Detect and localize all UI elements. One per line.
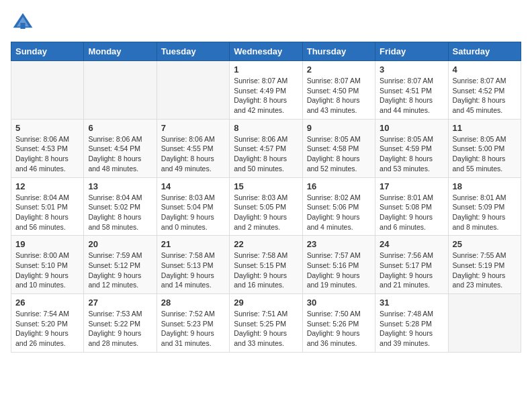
- svg-rect-2: [20, 23, 25, 29]
- day-number: 6: [88, 123, 152, 133]
- calendar-cell: [11, 61, 84, 120]
- calendar-cell: 6Sunrise: 8:06 AM Sunset: 4:54 PM Daylig…: [84, 119, 157, 177]
- logo-icon: [11, 11, 35, 35]
- day-number: 30: [307, 298, 371, 308]
- day-info: Sunrise: 8:06 AM Sunset: 4:55 PM Dayligh…: [161, 134, 225, 174]
- day-number: 7: [161, 123, 225, 133]
- weekday-header-saturday: Saturday: [448, 42, 521, 61]
- day-number: 21: [161, 239, 225, 249]
- calendar-row-0: 1Sunrise: 8:07 AM Sunset: 4:49 PM Daylig…: [11, 61, 521, 120]
- day-number: 20: [88, 239, 152, 249]
- day-number: 22: [234, 239, 298, 249]
- calendar-cell: 31Sunrise: 7:48 AM Sunset: 5:28 PM Dayli…: [375, 294, 448, 353]
- calendar-cell: 22Sunrise: 7:58 AM Sunset: 5:15 PM Dayli…: [230, 236, 302, 294]
- day-info: Sunrise: 8:03 AM Sunset: 5:04 PM Dayligh…: [161, 193, 225, 232]
- day-info: Sunrise: 7:58 AM Sunset: 5:13 PM Dayligh…: [161, 250, 225, 290]
- day-info: Sunrise: 8:00 AM Sunset: 5:10 PM Dayligh…: [15, 250, 79, 290]
- calendar-cell: 3Sunrise: 8:07 AM Sunset: 4:51 PM Daylig…: [375, 61, 448, 120]
- calendar-row-4: 26Sunrise: 7:54 AM Sunset: 5:20 PM Dayli…: [11, 294, 521, 353]
- day-number: 8: [234, 123, 298, 133]
- day-number: 16: [307, 181, 371, 191]
- calendar-row-2: 12Sunrise: 8:04 AM Sunset: 5:01 PM Dayli…: [11, 177, 521, 236]
- calendar-cell: 7Sunrise: 8:06 AM Sunset: 4:55 PM Daylig…: [157, 119, 229, 177]
- weekday-header-row: SundayMondayTuesdayWednesdayThursdayFrid…: [11, 42, 521, 61]
- day-info: Sunrise: 8:06 AM Sunset: 4:57 PM Dayligh…: [234, 134, 298, 174]
- day-info: Sunrise: 7:57 AM Sunset: 5:16 PM Dayligh…: [307, 250, 371, 290]
- day-info: Sunrise: 7:53 AM Sunset: 5:22 PM Dayligh…: [88, 309, 152, 349]
- calendar-cell: 16Sunrise: 8:02 AM Sunset: 5:06 PM Dayli…: [302, 177, 375, 236]
- calendar-cell: 30Sunrise: 7:50 AM Sunset: 5:26 PM Dayli…: [302, 294, 375, 353]
- day-number: 23: [307, 239, 371, 249]
- day-info: Sunrise: 8:07 AM Sunset: 4:51 PM Dayligh…: [380, 76, 443, 116]
- weekday-header-friday: Friday: [375, 42, 448, 61]
- day-info: Sunrise: 8:03 AM Sunset: 5:05 PM Dayligh…: [234, 193, 298, 232]
- calendar-cell: 9Sunrise: 8:05 AM Sunset: 4:58 PM Daylig…: [302, 119, 375, 177]
- day-number: 19: [15, 239, 79, 249]
- page-container: SundayMondayTuesdayWednesdayThursdayFrid…: [0, 0, 532, 359]
- calendar-cell: 24Sunrise: 7:56 AM Sunset: 5:17 PM Dayli…: [375, 236, 448, 294]
- calendar-cell: 1Sunrise: 8:07 AM Sunset: 4:49 PM Daylig…: [230, 61, 302, 120]
- day-info: Sunrise: 8:01 AM Sunset: 5:09 PM Dayligh…: [453, 193, 517, 232]
- day-number: 24: [380, 239, 443, 249]
- calendar-cell: 15Sunrise: 8:03 AM Sunset: 5:05 PM Dayli…: [230, 177, 302, 236]
- day-info: Sunrise: 8:05 AM Sunset: 5:00 PM Dayligh…: [453, 134, 517, 174]
- day-info: Sunrise: 7:59 AM Sunset: 5:12 PM Dayligh…: [88, 250, 152, 290]
- day-number: 18: [453, 181, 517, 191]
- day-number: 10: [380, 123, 443, 133]
- day-number: 29: [234, 298, 298, 308]
- day-info: Sunrise: 8:04 AM Sunset: 5:01 PM Dayligh…: [15, 193, 79, 232]
- day-info: Sunrise: 8:07 AM Sunset: 4:49 PM Dayligh…: [234, 76, 298, 116]
- day-number: 25: [453, 239, 517, 249]
- calendar-cell: 28Sunrise: 7:52 AM Sunset: 5:23 PM Dayli…: [157, 294, 229, 353]
- weekday-header-tuesday: Tuesday: [157, 42, 229, 61]
- calendar-cell: 25Sunrise: 7:55 AM Sunset: 5:19 PM Dayli…: [448, 236, 521, 294]
- calendar-cell: [84, 61, 157, 120]
- calendar-cell: 14Sunrise: 8:03 AM Sunset: 5:04 PM Dayli…: [157, 177, 229, 236]
- day-info: Sunrise: 8:06 AM Sunset: 4:53 PM Dayligh…: [15, 134, 79, 174]
- day-number: 4: [453, 64, 517, 75]
- calendar-cell: 29Sunrise: 7:51 AM Sunset: 5:25 PM Dayli…: [230, 294, 302, 353]
- day-number: 15: [234, 181, 298, 191]
- calendar-row-1: 5Sunrise: 8:06 AM Sunset: 4:53 PM Daylig…: [11, 119, 521, 177]
- day-number: 2: [307, 64, 371, 75]
- day-number: 11: [453, 123, 517, 133]
- day-number: 1: [234, 64, 298, 75]
- calendar-cell: 17Sunrise: 8:01 AM Sunset: 5:08 PM Dayli…: [375, 177, 448, 236]
- day-info: Sunrise: 8:05 AM Sunset: 4:59 PM Dayligh…: [380, 134, 443, 174]
- logo: [11, 11, 39, 35]
- calendar-cell: 18Sunrise: 8:01 AM Sunset: 5:09 PM Dayli…: [448, 177, 521, 236]
- day-info: Sunrise: 8:05 AM Sunset: 4:58 PM Dayligh…: [307, 134, 371, 174]
- calendar-cell: 11Sunrise: 8:05 AM Sunset: 5:00 PM Dayli…: [448, 119, 521, 177]
- day-info: Sunrise: 8:01 AM Sunset: 5:08 PM Dayligh…: [380, 193, 443, 232]
- day-info: Sunrise: 7:51 AM Sunset: 5:25 PM Dayligh…: [234, 309, 298, 349]
- day-number: 26: [15, 298, 79, 308]
- weekday-header-monday: Monday: [84, 42, 157, 61]
- calendar-cell: 19Sunrise: 8:00 AM Sunset: 5:10 PM Dayli…: [11, 236, 84, 294]
- calendar-cell: 21Sunrise: 7:58 AM Sunset: 5:13 PM Dayli…: [157, 236, 229, 294]
- day-number: 5: [15, 123, 79, 133]
- day-info: Sunrise: 8:02 AM Sunset: 5:06 PM Dayligh…: [307, 193, 371, 232]
- day-info: Sunrise: 8:04 AM Sunset: 5:02 PM Dayligh…: [88, 193, 152, 232]
- day-number: 12: [15, 181, 79, 191]
- calendar-row-3: 19Sunrise: 8:00 AM Sunset: 5:10 PM Dayli…: [11, 236, 521, 294]
- day-number: 17: [380, 181, 443, 191]
- day-info: Sunrise: 7:50 AM Sunset: 5:26 PM Dayligh…: [307, 309, 371, 349]
- day-info: Sunrise: 8:06 AM Sunset: 4:54 PM Dayligh…: [88, 134, 152, 174]
- calendar-cell: 5Sunrise: 8:06 AM Sunset: 4:53 PM Daylig…: [11, 119, 84, 177]
- calendar-cell: [448, 294, 521, 353]
- day-info: Sunrise: 7:48 AM Sunset: 5:28 PM Dayligh…: [380, 309, 443, 349]
- day-number: 9: [307, 123, 371, 133]
- calendar-table: SundayMondayTuesdayWednesdayThursdayFrid…: [11, 42, 521, 353]
- day-number: 3: [380, 64, 443, 75]
- calendar-cell: 12Sunrise: 8:04 AM Sunset: 5:01 PM Dayli…: [11, 177, 84, 236]
- day-info: Sunrise: 7:56 AM Sunset: 5:17 PM Dayligh…: [380, 250, 443, 290]
- header: [11, 11, 521, 35]
- day-number: 31: [380, 298, 443, 308]
- calendar-cell: 20Sunrise: 7:59 AM Sunset: 5:12 PM Dayli…: [84, 236, 157, 294]
- day-number: 13: [88, 181, 152, 191]
- calendar-cell: 13Sunrise: 8:04 AM Sunset: 5:02 PM Dayli…: [84, 177, 157, 236]
- calendar-cell: 10Sunrise: 8:05 AM Sunset: 4:59 PM Dayli…: [375, 119, 448, 177]
- day-number: 14: [161, 181, 225, 191]
- calendar-cell: 8Sunrise: 8:06 AM Sunset: 4:57 PM Daylig…: [230, 119, 302, 177]
- calendar-cell: [157, 61, 229, 120]
